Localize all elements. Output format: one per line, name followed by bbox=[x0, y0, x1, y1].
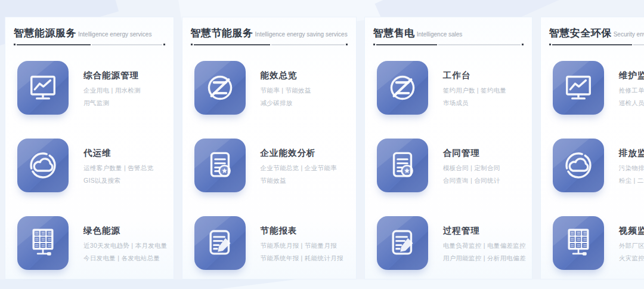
underline-right-dot bbox=[163, 44, 165, 45]
card-subtitle-line1: 运维客户数量 | 告警总览 bbox=[83, 164, 153, 173]
card-title: 企业能效分析 bbox=[261, 147, 337, 159]
card-subtitle-line1: 污染物排放 | 碳排放 bbox=[619, 164, 644, 173]
card-text: 能效总览 节能率 | 节能效益 减少碳排放 bbox=[261, 61, 311, 107]
card-subtitle-line2: 巡检人员 bbox=[619, 99, 644, 107]
card-text: 综合能源管理 企业用电 | 用水检测 用气监测 bbox=[83, 61, 141, 107]
underline-dark-segment bbox=[194, 44, 270, 45]
card-subtitle-line2: 节能系统年报 | 耗能统计月报 bbox=[261, 254, 343, 263]
card-subtitle-line1: 抢修工单分类 | 抢修人员 bbox=[619, 87, 644, 95]
column-title-zh: 智慧安全环保 bbox=[549, 27, 612, 39]
card-subtitle-line1: 外部厂区监控 | 内部监控 bbox=[619, 242, 644, 250]
card-subtitle-line1: 企业用电 | 用水检测 bbox=[83, 87, 141, 95]
icon-tile bbox=[194, 61, 246, 115]
card-subtitle-line2: 用户用能监控 | 分析用电偏差 bbox=[443, 254, 526, 263]
icon-tile bbox=[194, 139, 246, 192]
icon-tile bbox=[553, 216, 604, 270]
underline-dark-segment bbox=[376, 44, 437, 45]
icon-tile bbox=[377, 61, 428, 115]
card-subtitle-line2: 市场成员 bbox=[443, 99, 507, 107]
column-energy-saving-services: 智慧节能服务Intelligence energy saving service… bbox=[182, 17, 357, 279]
card-text: 绿色能源 近30天发电趋势 | 本月发电量 今日发电量 | 各发电站总量 bbox=[83, 216, 168, 263]
card-subtitle-line2: 火灾监控 bbox=[619, 254, 644, 263]
icon-tile bbox=[17, 61, 69, 115]
column-electricity-sales: 智慧售电Intelligence sales 工作台 签约用户数 | 签约电量 … bbox=[364, 17, 532, 279]
card-title: 排放监测 bbox=[619, 147, 644, 159]
icon-tile bbox=[17, 216, 69, 270]
card-subtitle-line1: 节能系统月报 | 节能量月报 bbox=[261, 242, 343, 250]
document-star-icon bbox=[200, 146, 240, 185]
card-subtitle-line2: 用气监测 bbox=[83, 99, 141, 107]
card-enterprise-efficiency-analysis[interactable]: 企业能效分析 企业节能总览 | 企业节能率 节能效益 bbox=[194, 139, 350, 192]
card-contract-management[interactable]: 合同管理 模板合同 | 定制合同 合同查询 | 合同统计 bbox=[377, 139, 526, 192]
header-underline bbox=[373, 44, 524, 45]
column-title-en: Intelligence sales bbox=[417, 31, 463, 38]
underline-dark-segment bbox=[552, 44, 632, 45]
underline-left-dot bbox=[549, 44, 551, 45]
document-pencil-icon bbox=[200, 223, 240, 263]
card-subtitle-line2: 粉尘 | 二氧化硫 bbox=[619, 177, 644, 185]
underline-right-dot bbox=[522, 44, 524, 45]
column-title-en: Intelligence energy saving services bbox=[255, 31, 348, 38]
icon-tile bbox=[17, 139, 69, 192]
cloud-circle-icon bbox=[23, 146, 63, 185]
document-pencil-icon bbox=[383, 223, 422, 263]
icon-tile bbox=[377, 139, 428, 192]
monitor-chart-icon bbox=[559, 68, 598, 107]
card-operation-maintenance[interactable]: 代运维 运维客户数量 | 告警总览 GIS以及搜索 bbox=[17, 139, 168, 192]
card-integrated-energy-management[interactable]: 综合能源管理 企业用电 | 用水检测 用气监测 bbox=[17, 61, 168, 115]
column-header: 智慧能源服务Intelligence energy services bbox=[14, 26, 165, 45]
z-logo-circle-icon bbox=[200, 68, 240, 107]
card-energy-saving-report[interactable]: 节能报表 节能系统月报 | 节能量月报 节能系统年报 | 耗能统计月报 bbox=[194, 216, 350, 270]
column-title-zh: 智慧售电 bbox=[373, 27, 415, 39]
card-title: 维护监测 bbox=[619, 70, 644, 81]
card-workbench[interactable]: 工作台 签约用户数 | 签约电量 市场成员 bbox=[377, 61, 526, 115]
z-logo-circle-icon bbox=[383, 68, 422, 107]
card-text: 代运维 运维客户数量 | 告警总览 GIS以及搜索 bbox=[83, 139, 153, 185]
card-subtitle-line2: GIS以及搜索 bbox=[83, 177, 153, 185]
icon-tile bbox=[194, 216, 246, 270]
card-text: 视频监控 外部厂区监控 | 内部监控 火灾监控 bbox=[619, 216, 644, 263]
icon-tile bbox=[377, 216, 428, 270]
card-text: 工作台 签约用户数 | 签约电量 市场成员 bbox=[443, 61, 507, 107]
cloud-circle-icon bbox=[559, 146, 598, 185]
card-subtitle-line1: 节能率 | 节能效益 bbox=[261, 87, 311, 95]
column-header: 智慧节能服务Intelligence energy saving service… bbox=[191, 26, 348, 45]
icon-tile bbox=[553, 61, 604, 115]
card-video-monitoring[interactable]: 视频监控 外部厂区监控 | 内部监控 火灾监控 bbox=[553, 216, 644, 270]
card-title: 节能报表 bbox=[261, 225, 343, 236]
icon-tile bbox=[553, 139, 604, 192]
card-text: 过程管理 电量负荷监控 | 电量偏差监控 用户用能监控 | 分析用电偏差 bbox=[443, 216, 526, 263]
column-title-zh: 智慧能源服务 bbox=[14, 27, 76, 39]
column-title-en: Security environmental protection bbox=[614, 31, 644, 38]
underline-left-dot bbox=[14, 44, 16, 45]
underline-left-dot bbox=[191, 44, 193, 45]
card-title: 过程管理 bbox=[443, 225, 526, 236]
solar-panel-icon bbox=[559, 223, 598, 263]
card-subtitle-line1: 近30天发电趋势 | 本月发电量 bbox=[83, 242, 168, 250]
header-underline bbox=[549, 44, 644, 45]
column-title-en: Intelligence energy services bbox=[78, 31, 151, 38]
column-header: 智慧售电Intelligence sales bbox=[373, 26, 524, 45]
column-energy-services: 智慧能源服务Intelligence energy services 综合能源管… bbox=[5, 17, 174, 279]
card-emission-monitoring[interactable]: 排放监测 污染物排放 | 碳排放 粉尘 | 二氧化硫 bbox=[553, 139, 644, 192]
underline-light-segment bbox=[92, 44, 162, 45]
card-title: 代运维 bbox=[83, 147, 153, 159]
card-title: 绿色能源 bbox=[83, 225, 168, 236]
card-subtitle-line1: 签约用户数 | 签约电量 bbox=[443, 87, 507, 95]
card-energy-efficiency-overview[interactable]: 能效总览 节能率 | 节能效益 减少碳排放 bbox=[194, 61, 350, 115]
card-subtitle-line2: 减少碳排放 bbox=[261, 99, 311, 107]
header-underline bbox=[14, 44, 165, 45]
card-maintenance-monitoring[interactable]: 维护监测 抢修工单分类 | 抢修人员 巡检人员 bbox=[553, 61, 644, 115]
underline-left-dot bbox=[373, 44, 375, 45]
solar-panel-icon bbox=[23, 223, 63, 263]
card-subtitle-line1: 电量负荷监控 | 电量偏差监控 bbox=[443, 242, 526, 250]
card-title: 合同管理 bbox=[443, 147, 500, 159]
card-text: 排放监测 污染物排放 | 碳排放 粉尘 | 二氧化硫 bbox=[619, 139, 644, 185]
card-title: 工作台 bbox=[443, 70, 507, 81]
card-text: 合同管理 模板合同 | 定制合同 合同查询 | 合同统计 bbox=[443, 139, 500, 185]
card-text: 维护监测 抢修工单分类 | 抢修人员 巡检人员 bbox=[619, 61, 644, 107]
card-process-management[interactable]: 过程管理 电量负荷监控 | 电量偏差监控 用户用能监控 | 分析用电偏差 bbox=[377, 216, 526, 270]
service-columns: 智慧能源服务Intelligence energy services 综合能源管… bbox=[0, 0, 644, 289]
card-green-energy[interactable]: 绿色能源 近30天发电趋势 | 本月发电量 今日发电量 | 各发电站总量 bbox=[17, 216, 168, 270]
column-title-zh: 智慧节能服务 bbox=[191, 27, 253, 39]
